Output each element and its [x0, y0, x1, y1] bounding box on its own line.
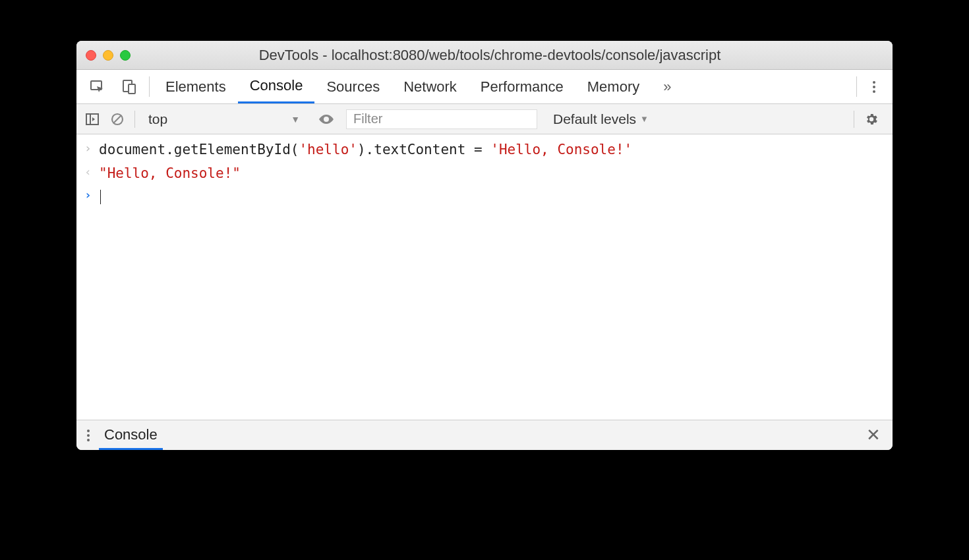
separator — [134, 111, 135, 128]
levels-label: Default levels — [553, 111, 636, 127]
chevron-down-icon: ▼ — [640, 114, 649, 124]
close-drawer-button[interactable]: ✕ — [861, 425, 886, 445]
clear-console-button[interactable] — [107, 112, 128, 126]
titlebar: DevTools - localhost:8080/web/tools/chro… — [76, 41, 893, 70]
prompt-chevron-icon: › — [84, 185, 99, 206]
chevron-down-icon: ▼ — [291, 114, 300, 125]
console-output[interactable]: ›document.getElementById('hello').textCo… — [76, 134, 893, 420]
console-toolbar: top ▼ Default levels ▼ — [76, 104, 893, 134]
close-icon: ✕ — [866, 425, 881, 445]
separator — [856, 76, 857, 97]
separator — [149, 76, 150, 97]
tab-sources[interactable]: Sources — [314, 70, 392, 103]
svg-rect-2 — [129, 84, 135, 94]
inspect-element-icon[interactable] — [82, 70, 113, 103]
chevron-right-double-icon: » — [663, 78, 671, 96]
input-chevron-icon: › — [84, 138, 99, 159]
context-label: top — [148, 111, 167, 127]
tab-network[interactable]: Network — [392, 70, 469, 103]
drawer: Console ✕ — [76, 420, 893, 450]
execution-context-selector[interactable]: top ▼ — [142, 109, 307, 130]
text-cursor — [100, 190, 101, 204]
console-input-row: ›document.getElementById('hello').textCo… — [76, 138, 893, 162]
code-content[interactable] — [99, 185, 101, 209]
tab-console[interactable]: Console — [238, 70, 315, 103]
svg-line-6 — [114, 115, 121, 123]
console-settings-button[interactable] — [861, 112, 882, 126]
live-expression-button[interactable] — [316, 111, 337, 128]
filter-input[interactable] — [346, 109, 537, 129]
kebab-icon — [873, 81, 875, 93]
code-content: "Hello, Console!" — [99, 162, 241, 186]
tab-elements[interactable]: Elements — [154, 70, 238, 103]
separator — [854, 111, 854, 128]
tab-performance[interactable]: Performance — [469, 70, 575, 103]
toggle-sidebar-button[interactable] — [82, 112, 103, 126]
console-output-row: ‹"Hello, Console!" — [76, 162, 893, 186]
more-tabs-button[interactable]: » — [651, 70, 683, 103]
devtools-window: DevTools - localhost:8080/web/tools/chro… — [76, 41, 893, 450]
drawer-tab-console[interactable]: Console — [99, 420, 163, 450]
close-window-button[interactable] — [86, 50, 96, 61]
drawer-tab-label: Console — [104, 426, 158, 443]
device-toolbar-icon[interactable] — [113, 70, 145, 103]
drawer-menu-button[interactable] — [87, 430, 90, 441]
output-chevron-icon: ‹ — [84, 162, 99, 182]
main-tabs: ElementsConsoleSourcesNetworkPerformance… — [76, 70, 893, 104]
tab-memory[interactable]: Memory — [575, 70, 651, 103]
main-menu-button[interactable] — [861, 70, 887, 103]
window-title: DevTools - localhost:8080/web/tools/chro… — [96, 47, 883, 64]
log-levels-selector[interactable]: Default levels ▼ — [553, 111, 649, 127]
console-prompt-row: › — [76, 185, 893, 209]
code-content: document.getElementById('hello').textCon… — [99, 138, 632, 162]
